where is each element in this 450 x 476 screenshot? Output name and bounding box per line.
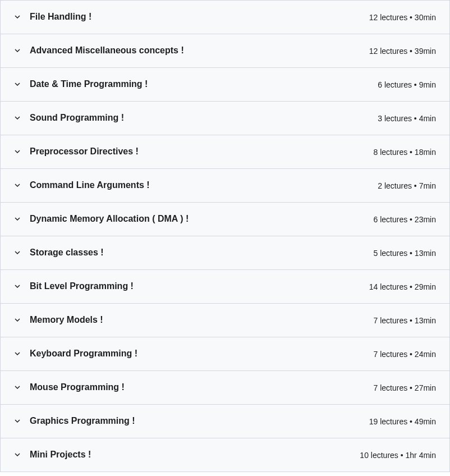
section-duration: 9min bbox=[419, 80, 436, 89]
section-row[interactable]: Preprocessor Directives !8 lectures • 18… bbox=[1, 135, 449, 169]
section-row[interactable]: File Handling !12 lectures • 30min bbox=[1, 1, 449, 34]
section-meta: 8 lectures • 18min bbox=[366, 148, 436, 157]
section-row[interactable]: Date & Time Programming !6 lectures • 9m… bbox=[1, 68, 449, 102]
section-row[interactable]: Memory Models !7 lectures • 13min bbox=[1, 304, 449, 337]
section-row[interactable]: Mouse Programming !7 lectures • 27min bbox=[1, 371, 449, 405]
section-meta: 7 lectures • 27min bbox=[366, 383, 436, 392]
section-row[interactable]: Storage classes !5 lectures • 13min bbox=[1, 236, 449, 270]
section-title: Command Line Arguments ! bbox=[30, 179, 150, 191]
section-duration: 7min bbox=[419, 181, 436, 190]
section-meta: 2 lectures • 7min bbox=[371, 181, 436, 190]
section-left: Dynamic Memory Allocation ( DMA ) ! bbox=[14, 213, 366, 225]
section-duration: 29min bbox=[415, 282, 436, 291]
section-title: Keyboard Programming ! bbox=[30, 347, 137, 360]
section-lectures: 14 lectures bbox=[369, 282, 407, 291]
section-lectures: 12 lectures bbox=[369, 47, 407, 56]
section-duration: 18min bbox=[415, 148, 436, 157]
section-duration: 13min bbox=[415, 249, 436, 258]
section-left: Preprocessor Directives ! bbox=[14, 145, 366, 158]
section-lectures: 8 lectures bbox=[373, 148, 407, 157]
section-duration: 24min bbox=[415, 350, 436, 359]
chevron-down-icon bbox=[14, 182, 21, 189]
section-title: Memory Models ! bbox=[30, 314, 103, 326]
section-title: Storage classes ! bbox=[30, 246, 104, 259]
chevron-down-icon bbox=[14, 418, 21, 424]
section-lectures: 3 lectures bbox=[378, 114, 412, 123]
chevron-down-icon bbox=[14, 283, 21, 290]
meta-separator: • bbox=[407, 383, 415, 392]
section-title: Sound Programming ! bbox=[30, 112, 124, 124]
section-meta: 5 lectures • 13min bbox=[366, 249, 436, 258]
course-sections-accordion: File Handling !12 lectures • 30minAdvanc… bbox=[0, 0, 450, 472]
chevron-down-icon bbox=[14, 148, 21, 155]
section-title: Advanced Miscellaneous concepts ! bbox=[30, 44, 184, 57]
section-left: Graphics Programming ! bbox=[14, 415, 362, 427]
section-meta: 3 lectures • 4min bbox=[371, 114, 436, 123]
section-left: Memory Models ! bbox=[14, 314, 366, 326]
section-lectures: 7 lectures bbox=[373, 350, 407, 359]
chevron-down-icon bbox=[14, 216, 21, 222]
section-row[interactable]: Advanced Miscellaneous concepts !12 lect… bbox=[1, 34, 449, 68]
section-title: Mouse Programming ! bbox=[30, 381, 125, 393]
section-left: Keyboard Programming ! bbox=[14, 347, 366, 360]
section-meta: 6 lectures • 23min bbox=[366, 215, 436, 224]
section-row[interactable]: Keyboard Programming !7 lectures • 24min bbox=[1, 337, 449, 371]
section-lectures: 19 lectures bbox=[369, 417, 407, 426]
section-meta: 12 lectures • 30min bbox=[362, 13, 436, 22]
meta-separator: • bbox=[398, 451, 406, 460]
section-meta: 19 lectures • 49min bbox=[362, 417, 436, 426]
section-row[interactable]: Bit Level Programming !14 lectures • 29m… bbox=[1, 270, 449, 304]
section-title: Mini Projects ! bbox=[30, 448, 91, 461]
section-duration: 39min bbox=[415, 47, 436, 56]
meta-separator: • bbox=[407, 215, 415, 224]
section-title: Dynamic Memory Allocation ( DMA ) ! bbox=[30, 213, 189, 225]
meta-separator: • bbox=[412, 80, 419, 89]
section-duration: 27min bbox=[415, 383, 436, 392]
chevron-down-icon bbox=[14, 350, 21, 357]
section-lectures: 10 lectures bbox=[360, 451, 398, 460]
section-left: Storage classes ! bbox=[14, 246, 366, 259]
section-title: Graphics Programming ! bbox=[30, 415, 135, 427]
section-duration: 1hr 4min bbox=[406, 451, 436, 460]
meta-separator: • bbox=[407, 282, 415, 291]
section-meta: 7 lectures • 13min bbox=[366, 316, 436, 325]
section-row[interactable]: Sound Programming !3 lectures • 4min bbox=[1, 102, 449, 135]
section-left: Date & Time Programming ! bbox=[14, 78, 371, 90]
section-duration: 4min bbox=[419, 114, 436, 123]
section-meta: 7 lectures • 24min bbox=[366, 350, 436, 359]
section-title: File Handling ! bbox=[30, 11, 91, 23]
section-meta: 12 lectures • 39min bbox=[362, 47, 436, 56]
chevron-down-icon bbox=[14, 81, 21, 88]
section-lectures: 6 lectures bbox=[373, 215, 407, 224]
chevron-down-icon bbox=[14, 249, 21, 256]
section-left: Advanced Miscellaneous concepts ! bbox=[14, 44, 362, 57]
chevron-down-icon bbox=[14, 451, 21, 458]
section-meta: 10 lectures • 1hr 4min bbox=[353, 451, 436, 460]
section-row[interactable]: Dynamic Memory Allocation ( DMA ) !6 lec… bbox=[1, 203, 449, 236]
section-meta: 6 lectures • 9min bbox=[371, 80, 436, 89]
section-lectures: 7 lectures bbox=[373, 383, 407, 392]
section-title: Preprocessor Directives ! bbox=[30, 145, 139, 158]
section-left: Sound Programming ! bbox=[14, 112, 371, 124]
section-row[interactable]: Command Line Arguments !2 lectures • 7mi… bbox=[1, 169, 449, 203]
section-lectures: 12 lectures bbox=[369, 13, 407, 22]
meta-separator: • bbox=[407, 316, 415, 325]
meta-separator: • bbox=[407, 148, 415, 157]
meta-separator: • bbox=[407, 350, 415, 359]
meta-separator: • bbox=[412, 114, 419, 123]
section-left: Command Line Arguments ! bbox=[14, 179, 371, 191]
section-duration: 49min bbox=[415, 417, 436, 426]
chevron-down-icon bbox=[14, 317, 21, 323]
section-left: File Handling ! bbox=[14, 11, 362, 23]
chevron-down-icon bbox=[14, 115, 21, 121]
meta-separator: • bbox=[412, 181, 419, 190]
section-duration: 13min bbox=[415, 316, 436, 325]
section-row[interactable]: Graphics Programming !19 lectures • 49mi… bbox=[1, 405, 449, 438]
section-left: Mini Projects ! bbox=[14, 448, 353, 461]
chevron-down-icon bbox=[14, 384, 21, 391]
meta-separator: • bbox=[407, 249, 415, 258]
section-left: Mouse Programming ! bbox=[14, 381, 366, 393]
section-row[interactable]: Mini Projects !10 lectures • 1hr 4min bbox=[1, 438, 449, 472]
meta-separator: • bbox=[407, 47, 415, 56]
section-title: Bit Level Programming ! bbox=[30, 280, 134, 292]
